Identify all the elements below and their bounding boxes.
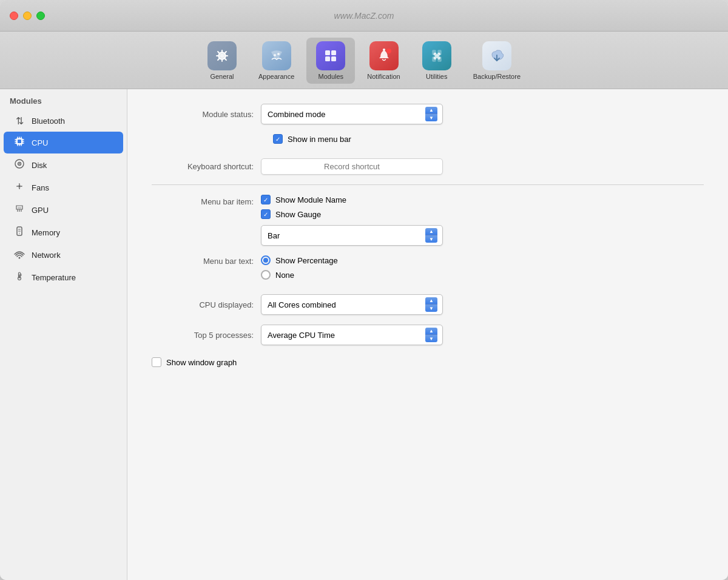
sidebar-item-temperature[interactable]: Temperature [4, 266, 123, 288]
show-gauge-row: ✓ Show Gauge [261, 209, 479, 219]
cpu-displayed-stepper[interactable]: ▲ ▼ [425, 297, 437, 312]
modules-icon [316, 41, 345, 70]
cpu-displayed-select[interactable]: All Cores combined ▲ ▼ [261, 294, 443, 315]
top5-processes-select[interactable]: Average CPU Time ▲ ▼ [261, 325, 443, 345]
none-label: None [275, 271, 294, 280]
fans-icon [13, 181, 25, 194]
none-radio[interactable] [261, 270, 271, 280]
show-menu-bar-row: ✓ Show in menu bar [273, 134, 704, 149]
svg-rect-40 [18, 231, 21, 232]
module-status-value: Combined mode [268, 110, 325, 119]
svg-point-3 [277, 53, 280, 55]
traffic-lights [10, 12, 45, 20]
menu-bar-text-radios: Show Percentage None [261, 255, 479, 285]
top5-processes-stepper[interactable]: ▲ ▼ [425, 328, 437, 342]
general-label: General [210, 73, 234, 80]
sidebar-item-cpu-label: CPU [32, 138, 48, 147]
menu-bar-text-label: Menu bar text: [152, 255, 261, 266]
keyboard-shortcut-control [261, 158, 479, 175]
sidebar-item-cpu[interactable]: CPU [4, 132, 123, 153]
svg-point-33 [18, 185, 21, 187]
toolbar-item-utilities[interactable]: ⌘ Utilities [413, 38, 461, 84]
show-window-graph-row: Show window graph [152, 357, 704, 367]
module-status-down[interactable]: ▼ [425, 114, 437, 121]
keyboard-shortcut-row: Keyboard shortcut: [152, 158, 704, 175]
top5-processes-up[interactable]: ▲ [425, 328, 437, 335]
sidebar-item-memory[interactable]: Memory [4, 221, 123, 243]
svg-text:⌘: ⌘ [433, 52, 441, 61]
cpu-icon [13, 136, 25, 149]
gauge-type-value: Bar [268, 231, 280, 240]
main-window: www.MacZ.com General [0, 0, 728, 580]
toolbar-item-notification[interactable]: Notification [357, 38, 410, 84]
main-panel: Module status: Combined mode ▲ ▼ [127, 89, 728, 580]
gauge-type-select[interactable]: Bar ▲ ▼ [261, 225, 443, 246]
network-icon [13, 248, 25, 261]
sidebar-item-disk-label: Disk [32, 161, 47, 170]
gauge-type-down[interactable]: ▼ [425, 235, 437, 243]
sidebar-item-gpu-label: GPU [32, 206, 49, 215]
sidebar-item-temperature-label: Temperature [32, 273, 76, 282]
sidebar-item-fans-label: Fans [32, 183, 49, 192]
maximize-button[interactable] [36, 12, 45, 20]
sidebar-item-disk[interactable]: Disk [4, 154, 123, 176]
disk-icon [13, 158, 25, 172]
show-percentage-radio[interactable] [261, 255, 271, 265]
gauge-type-stepper[interactable]: ▲ ▼ [425, 228, 437, 243]
show-menu-bar-checkbox[interactable]: ✓ [273, 134, 283, 144]
top5-processes-value: Average CPU Time [268, 331, 335, 340]
show-module-name-row: ✓ Show Module Name [261, 195, 479, 204]
module-status-stepper[interactable]: ▲ ▼ [425, 107, 437, 121]
toolbar-item-appearance[interactable]: Appearance [249, 38, 304, 84]
svg-rect-39 [18, 229, 21, 230]
svg-point-9 [386, 49, 391, 53]
top5-processes-row: Top 5 processes: Average CPU Time ▲ ▼ [152, 325, 704, 345]
cpu-displayed-value: All Cores combined [268, 300, 336, 309]
sidebar-item-gpu[interactable]: GPU [4, 199, 123, 221]
show-window-graph-checkbox[interactable] [152, 357, 161, 367]
show-gauge-checkbox[interactable]: ✓ [261, 209, 271, 219]
toolbar-item-general[interactable]: General [198, 38, 246, 84]
module-status-select[interactable]: Combined mode ▲ ▼ [261, 104, 443, 124]
backup-icon [482, 41, 511, 70]
toolbar-item-modules[interactable]: Modules [306, 38, 355, 84]
svg-rect-37 [18, 207, 21, 209]
svg-point-42 [19, 257, 21, 259]
sidebar-item-bluetooth-label: Bluetooth [32, 116, 65, 126]
cpu-displayed-label: CPU displayed: [152, 300, 261, 309]
general-icon [207, 41, 237, 70]
sidebar-item-network[interactable]: Network [4, 244, 123, 266]
title-bar: www.MacZ.com [0, 0, 728, 32]
menu-bar-text-row: Menu bar text: Show Percentage None [152, 255, 704, 285]
cpu-displayed-up[interactable]: ▲ [425, 297, 437, 305]
toolbar: General Appearance [0, 32, 728, 89]
show-percentage-label: Show Percentage [275, 256, 338, 265]
divider-1 [152, 184, 704, 185]
utilities-icon: ⌘ [422, 41, 451, 70]
memory-icon [13, 226, 25, 239]
watermark: www.MacZ.com [334, 11, 394, 21]
module-status-select-wrapper: Combined mode ▲ ▼ [261, 104, 443, 124]
svg-rect-6 [325, 56, 330, 61]
shortcut-input[interactable] [261, 158, 443, 175]
sidebar-item-memory-label: Memory [32, 228, 60, 237]
close-button[interactable] [10, 12, 18, 20]
top5-processes-down[interactable]: ▼ [425, 335, 437, 342]
module-status-up[interactable]: ▲ [425, 107, 437, 114]
menu-bar-item-label: Menu bar item: [152, 195, 261, 206]
menu-bar-text-control: Show Percentage None [261, 255, 479, 285]
minimize-button[interactable] [23, 12, 32, 20]
svg-point-8 [383, 49, 385, 51]
menu-bar-checkboxes: ✓ Show Module Name ✓ Show Gauge Bar ▲ [261, 195, 479, 246]
sidebar-item-bluetooth[interactable]: ⇅ Bluetooth [4, 111, 123, 131]
show-menu-bar-label: Show in menu bar [288, 135, 351, 144]
sidebar: Modules ⇅ Bluetooth [0, 89, 127, 580]
gauge-type-up[interactable]: ▲ [425, 228, 437, 235]
sidebar-item-fans[interactable]: Fans [4, 177, 123, 198]
backup-label: Backup/Restore [473, 73, 521, 80]
keyboard-shortcut-label: Keyboard shortcut: [152, 162, 261, 171]
cpu-displayed-down[interactable]: ▼ [425, 305, 437, 312]
module-status-row: Module status: Combined mode ▲ ▼ [152, 104, 704, 124]
show-module-name-checkbox[interactable]: ✓ [261, 195, 271, 204]
toolbar-item-backup[interactable]: Backup/Restore [463, 38, 530, 84]
